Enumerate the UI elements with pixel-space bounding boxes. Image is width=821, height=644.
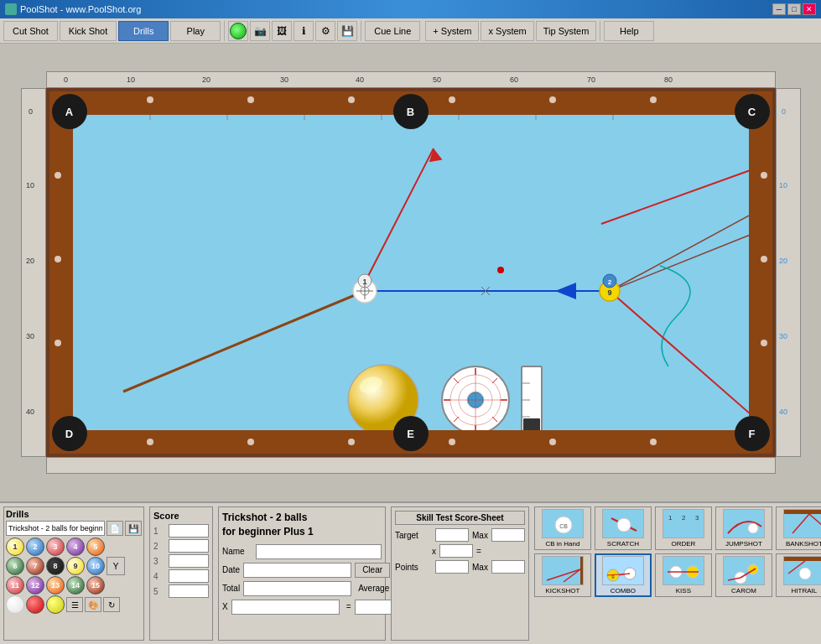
score-input-3[interactable]	[169, 554, 209, 568]
x-system-button[interactable]: x System	[481, 21, 533, 41]
main-area: 0 10 20 30 40 50 60 70 80 0 10 20 30	[0, 44, 821, 644]
svg-point-20	[247, 96, 254, 103]
power-icon-btn[interactable]	[228, 21, 248, 41]
kick-shot-button[interactable]: Kick Shot	[60, 21, 117, 41]
max2-input[interactable]	[491, 560, 525, 574]
play-button[interactable]: Play	[170, 21, 221, 41]
ball-red[interactable]	[26, 595, 44, 614]
ball-14[interactable]: 14	[66, 576, 85, 595]
camera-icon-btn[interactable]: 📷	[250, 21, 270, 41]
y-button[interactable]: Y	[107, 557, 125, 575]
photo-icon-btn[interactable]: 🖼	[272, 21, 292, 41]
settings-icon-btn[interactable]: ⚙	[315, 21, 335, 41]
ball-11[interactable]: 11	[6, 576, 24, 595]
ball-7[interactable]: 7	[26, 557, 44, 575]
hitrail-icon	[783, 556, 821, 585]
ball-12[interactable]: 12	[26, 576, 44, 595]
tip-system-button[interactable]: Tip System	[536, 21, 597, 41]
score-row-1: 1	[153, 524, 209, 538]
maximize-button[interactable]: □	[787, 3, 801, 15]
ball-9[interactable]: 9	[66, 557, 85, 575]
date-row: Date Clear ↩	[222, 563, 382, 578]
bankshot-item[interactable]: BANKSHOT	[776, 506, 821, 550]
svg-text:60: 60	[510, 75, 518, 84]
pocket-B: B	[393, 94, 429, 129]
kiss-icon	[663, 556, 704, 585]
total-input[interactable]	[243, 581, 351, 596]
ball-6[interactable]: 6	[6, 557, 24, 575]
kickshot-icon	[542, 556, 584, 585]
pool-table[interactable]: A B C D E F	[46, 88, 776, 457]
cb-in-hand-item[interactable]: CB CB in Hand	[534, 506, 591, 550]
svg-point-33	[55, 340, 61, 346]
drills-rotate-btn[interactable]: ↻	[103, 597, 120, 612]
ball-1[interactable]: 1	[6, 538, 24, 556]
score-input-1[interactable]	[169, 524, 209, 538]
ball-3[interactable]: 3	[46, 538, 65, 556]
points-input[interactable]	[435, 560, 469, 574]
svg-point-26	[247, 439, 254, 445]
ball-10[interactable]: 10	[86, 557, 105, 575]
ball-yellow[interactable]	[46, 595, 65, 614]
target-input[interactable]	[435, 528, 469, 542]
combo-item[interactable]: 9 COMBO	[595, 553, 652, 597]
kiss-item[interactable]: KISS	[655, 553, 712, 597]
cut-shot-button[interactable]: Cut Shot	[3, 21, 58, 41]
hitrail-label: HITRAIL	[792, 587, 818, 595]
score-input-5[interactable]	[169, 584, 209, 598]
order-item[interactable]: 1 2 3 ORDER	[655, 506, 712, 550]
kickshot-item[interactable]: KICKSHOT	[534, 553, 591, 597]
max-input[interactable]	[491, 528, 525, 542]
help-button[interactable]: Help	[604, 21, 654, 41]
cb-in-hand-icon: CB	[542, 509, 584, 538]
x-calc-label: x	[432, 547, 436, 556]
jumpshot-item[interactable]: JUMPSHOT	[715, 506, 772, 550]
x-calc-input[interactable]	[439, 544, 473, 558]
ball-4[interactable]: 4	[66, 538, 85, 556]
svg-text:20: 20	[202, 75, 210, 84]
bankshot-icon	[783, 509, 821, 538]
clear-button[interactable]: Clear	[355, 563, 390, 578]
svg-text:30: 30	[280, 75, 288, 84]
ball-2[interactable]: 2	[26, 538, 44, 556]
pocket-A: A	[52, 94, 87, 129]
drill-title: Trickshot - 2 ballsfor beginner Plus 1	[222, 511, 382, 539]
order-label: ORDER	[671, 540, 695, 548]
ball-5[interactable]: 5	[86, 538, 105, 556]
ball-row-4: ☰ 🎨 ↻	[6, 595, 142, 614]
close-button[interactable]: ✕	[803, 3, 816, 15]
plus-system-button[interactable]: + System	[425, 21, 479, 41]
titlebar: PoolShot - www.PoolShot.org ─ □ ✕	[0, 0, 821, 18]
drills-list-btn[interactable]: ☰	[66, 597, 83, 612]
x-input[interactable]	[231, 600, 340, 615]
score-input-4[interactable]	[169, 569, 209, 583]
svg-point-21	[348, 96, 355, 103]
svg-rect-105	[784, 510, 821, 514]
ball-15[interactable]: 15	[86, 576, 105, 595]
drills-edit-btn[interactable]: 📄	[107, 521, 123, 536]
date-input[interactable]	[243, 563, 351, 578]
info-icon-btn[interactable]: ℹ	[294, 21, 314, 41]
hitrail-item[interactable]: HITRAIL	[776, 553, 821, 597]
points-row: Points Max	[395, 560, 525, 574]
ball-13[interactable]: 13	[46, 576, 65, 595]
carom-item[interactable]: CAROM	[715, 553, 772, 597]
cue-line-button[interactable]: Cue Line	[365, 21, 420, 41]
drills-color-btn[interactable]: 🎨	[85, 597, 101, 612]
name-input[interactable]	[256, 544, 382, 559]
drills-button[interactable]: Drills	[118, 21, 169, 41]
toolbar-icons: 📷 🖼 ℹ ⚙ 💾	[228, 21, 357, 41]
ball-white[interactable]	[6, 595, 24, 614]
carom-icon	[723, 556, 765, 585]
kiss-label: KISS	[676, 587, 691, 595]
drills-save-btn[interactable]: 💾	[125, 521, 142, 536]
scratch-item[interactable]: SCRATCH	[595, 506, 652, 550]
ball-8[interactable]: 8	[46, 557, 65, 575]
drills-name-input[interactable]	[6, 521, 105, 536]
table-area[interactable]: 0 10 20 30 40 50 60 70 80 0 10 20 30	[0, 44, 821, 501]
archive-icon-btn[interactable]: 💾	[337, 21, 357, 41]
felt[interactable]: 1 9 2	[73, 115, 749, 430]
score-input-2[interactable]	[169, 539, 209, 553]
combo-icon: 9	[602, 556, 644, 585]
minimize-button[interactable]: ─	[772, 3, 786, 15]
